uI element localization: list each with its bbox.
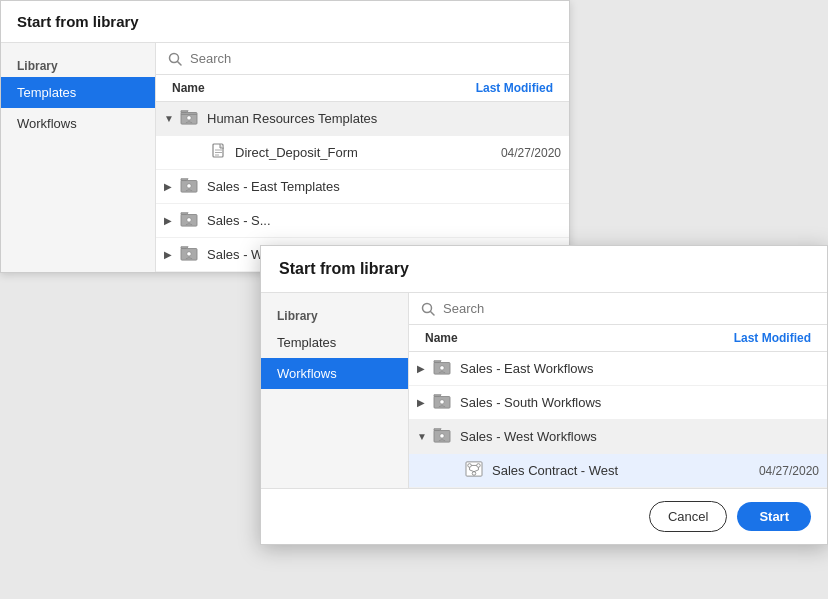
foreground-dialog: Start from library Library Templates Wor… xyxy=(260,245,828,545)
fg-dialog-body: Library Templates Workflows Name Last Mo… xyxy=(261,293,827,488)
bg-sidebar-section-label: Library xyxy=(1,51,155,77)
fg-sidebar-item-workflows[interactable]: Workflows xyxy=(261,358,408,389)
fg-row-sales-west[interactable]: ▼ Sales - West Workflows xyxy=(409,420,827,454)
fg-search-bar xyxy=(409,293,827,325)
svg-point-11 xyxy=(187,218,191,222)
background-dialog: Start from library Library Templates Wor… xyxy=(0,0,570,273)
svg-point-13 xyxy=(187,252,191,256)
fg-row-sales-south[interactable]: ▶ Sales - South Workflows xyxy=(409,386,827,420)
bg-dialog-title: Start from library xyxy=(1,1,569,43)
fg-row-sales-east[interactable]: ▶ Sales - East Workflows xyxy=(409,352,827,386)
svg-point-19 xyxy=(440,400,444,404)
bg-col-last-modified: Last Modified xyxy=(476,81,553,95)
fg-row-west-name: Sales - West Workflows xyxy=(460,429,819,444)
bg-row-sales-south-name: Sales - S... xyxy=(207,213,561,228)
fg-row-contract-date: 04/27/2020 xyxy=(759,464,819,478)
fg-chevron-right-east: ▶ xyxy=(417,363,429,374)
svg-point-17 xyxy=(440,366,444,370)
fg-search-input[interactable] xyxy=(443,301,815,316)
fg-chevron-down-west: ▼ xyxy=(417,431,429,442)
search-icon xyxy=(168,52,182,66)
svg-point-3 xyxy=(187,116,191,120)
svg-line-1 xyxy=(178,61,182,65)
chevron-right-icon: ▶ xyxy=(164,181,176,192)
fg-folder-person-icon-2 xyxy=(433,393,451,412)
fg-dialog-footer: Cancel Start xyxy=(261,488,827,544)
svg-point-9 xyxy=(187,184,191,188)
svg-point-21 xyxy=(440,434,444,438)
fg-col-name: Name xyxy=(425,331,458,345)
fg-row-south-name: Sales - South Workflows xyxy=(460,395,819,410)
fg-row-contract-name: Sales Contract - West xyxy=(492,463,755,478)
bg-sidebar-item-workflows[interactable]: Workflows xyxy=(1,108,155,139)
folder-person-icon xyxy=(180,109,198,128)
bg-row-deposit-form[interactable]: Direct_Deposit_Form 04/27/2020 xyxy=(156,136,569,170)
fg-sidebar: Library Templates Workflows xyxy=(261,293,409,488)
start-button[interactable]: Start xyxy=(737,502,811,531)
bg-row-deposit-name: Direct_Deposit_Form xyxy=(235,145,497,160)
bg-row-sales-south[interactable]: ▶ Sales - S... xyxy=(156,204,569,238)
bg-sidebar-item-templates[interactable]: Templates xyxy=(1,77,155,108)
bg-row-hr-templates[interactable]: ▼ Human Resources Templates xyxy=(156,102,569,136)
bg-search-bar xyxy=(156,43,569,75)
folder-person-icon-3 xyxy=(180,211,198,230)
workflow-icon xyxy=(465,461,483,480)
fg-row-sales-contract-west[interactable]: Sales Contract - West 04/27/2020 xyxy=(409,454,827,488)
fg-dialog-title: Start from library xyxy=(261,246,827,293)
bg-search-input[interactable] xyxy=(190,51,557,66)
bg-col-name: Name xyxy=(172,81,205,95)
chevron-right-icon-3: ▶ xyxy=(164,249,176,260)
bg-content-area: Name Last Modified ▼ xyxy=(156,43,569,272)
doc-icon xyxy=(212,143,226,162)
fg-folder-person-icon-1 xyxy=(433,359,451,378)
bg-dialog-body: Library Templates Workflows Name Last Mo… xyxy=(1,43,569,272)
svg-line-15 xyxy=(431,311,435,315)
folder-person-icon-4 xyxy=(180,245,198,264)
fg-content-area: Name Last Modified ▶ Sales - Eas xyxy=(409,293,827,488)
bg-row-sales-east[interactable]: ▶ Sales - East Templates xyxy=(156,170,569,204)
bg-row-hr-name: Human Resources Templates xyxy=(207,111,561,126)
bg-row-sales-east-name: Sales - East Templates xyxy=(207,179,561,194)
fg-col-last-modified: Last Modified xyxy=(734,331,811,345)
chevron-right-icon-2: ▶ xyxy=(164,215,176,226)
cancel-button[interactable]: Cancel xyxy=(649,501,727,532)
folder-person-icon-2 xyxy=(180,177,198,196)
bg-table-header: Name Last Modified xyxy=(156,75,569,102)
fg-row-east-name: Sales - East Workflows xyxy=(460,361,819,376)
chevron-down-icon: ▼ xyxy=(164,113,176,124)
fg-tree-items: ▶ Sales - East Workflows ▶ xyxy=(409,352,827,488)
bg-row-deposit-date: 04/27/2020 xyxy=(501,146,561,160)
fg-search-icon xyxy=(421,302,435,316)
fg-folder-person-icon-3 xyxy=(433,427,451,446)
bg-sidebar: Library Templates Workflows xyxy=(1,43,156,272)
fg-table-header: Name Last Modified xyxy=(409,325,827,352)
fg-chevron-right-south: ▶ xyxy=(417,397,429,408)
fg-sidebar-section-label: Library xyxy=(261,301,408,327)
fg-sidebar-item-templates[interactable]: Templates xyxy=(261,327,408,358)
